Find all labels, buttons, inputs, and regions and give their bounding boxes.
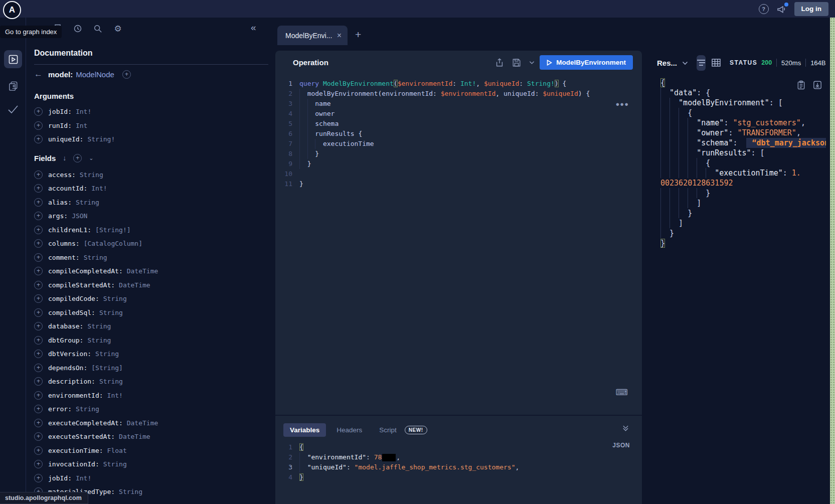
field-type[interactable]: DateTime [119,433,150,440]
add-field-button[interactable]: + [34,336,43,345]
field-name[interactable]: invocationId: [48,460,99,468]
field-name[interactable]: description: [48,378,95,385]
operation-editor[interactable]: ●●● ⌨ 1query ModelByEnvironment($environ… [275,74,642,415]
field-type[interactable]: DateTime [127,419,158,427]
add-field-button[interactable]: + [34,350,43,358]
announcements-button[interactable] [776,4,787,14]
field-name[interactable]: compiledSql: [48,309,95,316]
add-field-button[interactable]: + [34,322,43,330]
argument-name[interactable]: runId: [48,122,72,129]
copy-response-icon[interactable] [797,80,805,90]
add-field-button[interactable]: + [34,364,43,372]
argument-name[interactable]: jobId: [48,108,72,115]
field-name[interactable]: compileStartedAt: [48,281,115,289]
sort-fields-icon[interactable]: ↓ [63,154,66,162]
response-body[interactable]: {"data": {"modelByEnvironment": [{"name"… [647,75,830,248]
field-type[interactable]: Int! [76,474,91,482]
argument-type[interactable]: Int [76,122,87,129]
add-field-button[interactable]: + [34,446,43,455]
field-name[interactable]: error: [48,405,72,413]
table-view-button[interactable] [712,55,721,71]
add-field-button[interactable]: + [34,432,43,441]
field-type[interactable]: String [80,171,103,179]
field-name[interactable]: environmentId: [48,392,103,399]
sidebar-item-checks[interactable] [4,100,22,118]
add-field-button[interactable]: + [34,212,43,220]
argument-type[interactable]: Int! [76,108,91,115]
field-name[interactable]: childrenL1: [48,226,91,234]
add-field-button[interactable]: + [34,253,43,262]
add-field-button[interactable]: + [34,294,43,303]
add-field-button[interactable]: + [34,460,43,468]
operation-menu-icon[interactable]: ●●● [615,100,629,108]
sidebar-item-collections[interactable] [4,77,22,95]
add-field-button[interactable]: + [34,198,43,207]
tab-variables[interactable]: Variables [283,423,326,437]
field-type[interactable]: [String] [91,364,123,372]
tree-view-button[interactable] [697,55,706,71]
field-type[interactable]: DateTime [127,267,158,275]
field-name[interactable]: compileCompletedAt: [48,267,123,275]
add-all-fields-button[interactable]: + [73,154,82,162]
field-type[interactable]: String [87,322,111,330]
field-type[interactable]: [String!] [95,226,130,234]
save-icon[interactable] [512,58,521,67]
tab-headers[interactable]: Headers [330,423,369,437]
share-icon[interactable] [495,58,504,67]
field-type[interactable]: Float [107,447,127,454]
add-argument-button[interactable]: + [34,107,43,116]
add-field-button[interactable]: + [34,474,43,482]
response-dropdown-chevron-icon[interactable] [682,61,688,65]
field-name[interactable]: accountId: [48,185,87,192]
add-field-button[interactable]: + [34,184,43,193]
field-type[interactable]: String [119,488,142,495]
download-response-icon[interactable] [813,80,822,90]
field-type[interactable]: String [84,254,107,261]
login-button[interactable]: Log in [794,2,829,16]
back-arrow-icon[interactable]: ← [34,69,48,79]
doc-type-name[interactable]: ModelNode [76,70,114,79]
add-field-button[interactable]: + [34,377,43,386]
variables-editor[interactable]: 1{2"environmentId": 78,3"uniqueId": "mod… [275,442,642,482]
field-type[interactable]: [CatalogColumn] [84,240,142,247]
field-type[interactable]: Int! [107,392,123,399]
add-field-button[interactable]: + [34,391,43,400]
field-type[interactable]: String [76,199,99,206]
add-field-button[interactable]: + [34,239,43,248]
add-argument-button[interactable]: + [34,121,43,130]
save-options-chevron-icon[interactable] [529,61,535,65]
response-panel-title[interactable]: Res... [657,59,677,67]
argument-type[interactable]: String! [87,135,115,143]
field-name[interactable]: access: [48,171,76,179]
field-name[interactable]: columns: [48,240,80,247]
add-field-button[interactable]: + [34,267,43,275]
tab-script[interactable]: Script [373,423,400,437]
field-type[interactable]: String [103,295,127,302]
help-icon[interactable]: ? [759,4,769,14]
field-type[interactable]: String [99,378,123,385]
add-argument-button[interactable]: + [34,135,43,143]
add-field-button[interactable]: + [34,405,43,413]
field-name[interactable]: jobId: [48,474,72,482]
field-name[interactable]: args: [48,212,68,220]
field-type[interactable]: String [99,309,123,316]
field-name[interactable]: database: [48,322,83,330]
add-type-button[interactable]: + [122,70,131,79]
field-name[interactable]: dbtGroup: [48,337,83,344]
argument-name[interactable]: uniqueId: [48,135,83,143]
keyboard-shortcuts-icon[interactable]: ⌨ [615,387,628,398]
field-name[interactable]: alias: [48,199,72,206]
close-tab-icon[interactable]: × [337,31,342,40]
collapse-variables-chevron-icon[interactable] [622,425,629,431]
field-name[interactable]: comment: [48,254,80,261]
field-name[interactable]: executeCompletedAt: [48,419,123,427]
field-type[interactable]: JSON [72,212,87,220]
apollo-logo[interactable]: A [3,1,21,19]
new-tab-button[interactable]: + [355,29,361,41]
field-name[interactable]: executeStartedAt: [48,433,115,440]
field-name[interactable]: executionTime: [48,447,103,454]
field-name[interactable]: compiledCode: [48,295,99,302]
add-field-button[interactable]: + [34,419,43,427]
field-type[interactable]: Int! [91,185,107,192]
add-field-button[interactable]: + [34,281,43,289]
